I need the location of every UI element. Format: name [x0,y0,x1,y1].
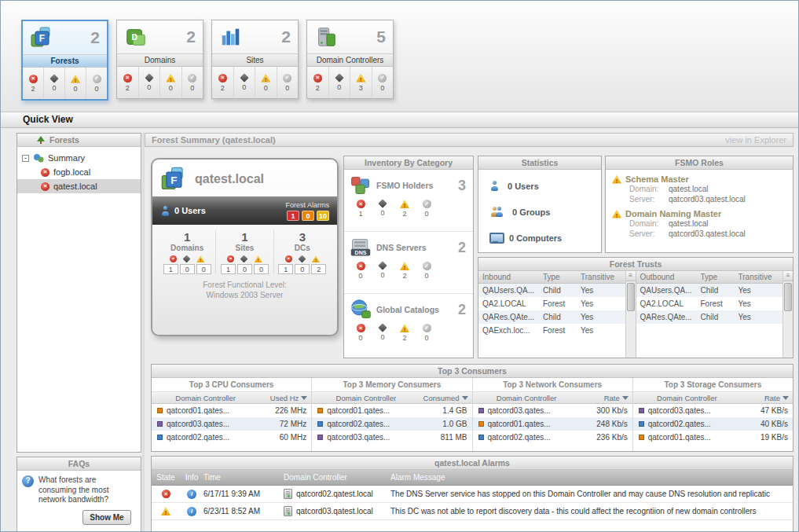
ok-status-cell[interactable]: 0 [277,67,299,98]
trust-row[interactable]: QARes.QAte... Child Yes [478,310,625,324]
column-header[interactable]: Outbound [636,273,701,281]
error-status-cell[interactable]: 2 [23,68,44,99]
warning-status-cell[interactable]: 0 [160,67,182,98]
error-count: 0 [358,334,362,342]
inventory-item-fsmo-holders[interactable]: FSMO Holders 3 1 0 2 0 [344,170,473,232]
show-me-button[interactable]: Show Me [82,510,131,525]
ok-status-cell[interactable]: 0 [86,68,107,99]
column-header[interactable]: Type [543,273,581,281]
consumer-header-row[interactable]: Domain Controller Rate [473,391,632,404]
column-header[interactable]: Time [203,473,284,482]
error-status-cell[interactable]: 2 [212,67,234,98]
trust-row[interactable]: QAUsers.QA... Child Yes [636,284,783,297]
scrollbar-thumb[interactable] [627,283,635,311]
consumer-header-row[interactable]: Domain Controller Rate [633,391,793,404]
warning-status-cell[interactable]: 0 [255,67,277,98]
forest-alarms-label: Forest Alarms [285,201,329,209]
error-status-cell[interactable]: 2 [307,67,329,98]
ok-status-cell[interactable]: 0 [372,67,394,98]
outbound-trusts-header-row[interactable]: Outbound Type Transitive [636,271,783,284]
column-header[interactable]: Domain Controller [312,394,420,402]
consumer-row[interactable]: qatcord02.qates...40 KB/s [633,417,793,431]
critical-status-cell[interactable]: 0 [139,67,161,98]
warning-status-cell[interactable]: 0 [65,68,86,99]
inbound-trusts-scrollbar[interactable] [625,271,636,358]
ok-icon [423,200,431,208]
inventory-item-global-catalogs[interactable]: Global Catalogs 2 0 0 2 0 [344,294,473,356]
trust-row[interactable]: QAUsers.QA... Child Yes [478,284,625,297]
trust-name: QA2.LOCAL [636,299,701,308]
critical-alarm-badge[interactable]: 0 [302,211,314,221]
trust-row[interactable]: QAExch.loc... Forest Yes [478,324,625,337]
ok-status-cell[interactable]: 0 [182,67,203,98]
consumer-row[interactable]: qatcord03.qates...300 Kb/s [473,404,632,417]
column-header[interactable]: Info [180,473,203,482]
critical-diamond-icon [240,255,248,263]
critical-status-cell[interactable]: 0 [329,67,351,98]
info-icon[interactable] [187,507,196,516]
consumer-row[interactable]: qatcord01.qates...248 Kb/s [473,417,632,431]
column-header[interactable]: Domain Controller [633,394,741,402]
field-chooser-icon[interactable] [626,271,636,281]
tree-item-summary[interactable]: Summary [17,151,141,165]
inventory-item-dns-servers[interactable]: DNS DNS Servers 2 0 0 2 0 [344,232,473,294]
consumer-header-row[interactable]: Domain Controller Consumed [312,391,471,404]
column-header[interactable]: Type [701,273,739,281]
consumer-table-title: Top 3 Network Consumers [473,378,632,391]
tile-domain-controllers[interactable]: 5 Domain Controllers 2 0 3 0 [306,20,394,99]
alarm-row[interactable]: 6/23/11 8:52 AM qatcord03.qatest.local T… [152,503,793,520]
info-icon[interactable] [187,490,196,499]
column-header[interactable]: Consumed [423,394,460,402]
column-header[interactable]: Domain Controller [473,394,581,402]
consumer-row[interactable]: qatcord01.qates...226 MHz [152,404,311,417]
error-icon [123,74,132,83]
tile-domains[interactable]: D 2 Domains 2 0 0 0 [116,20,203,99]
sidebar-splitter[interactable] [142,133,145,531]
consumer-header-row[interactable]: Domain Controller Used Hz [152,391,311,404]
critical-status-cell[interactable]: 0 [44,68,65,99]
consumer-row[interactable]: qatcord03.qates...72 MHz [152,417,311,431]
tile-forests[interactable]: F 2 Forests 2 0 0 0 [21,20,108,101]
column-header[interactable]: Transitive [581,273,625,281]
collapse-icon[interactable] [22,155,29,162]
column-header[interactable]: Rate [604,394,620,402]
outbound-trusts-scrollbar[interactable] [783,271,793,358]
tree-item-qatest-local[interactable]: qatest.local [17,179,141,193]
inbound-trusts-header-row[interactable]: Inbound Type Transitive [478,271,625,284]
critical-status-cell[interactable]: 0 [234,67,256,98]
consumer-row[interactable]: qatcord01.qates...19 KB/s [633,431,793,444]
tree-item-fogb-local[interactable]: fogb.local [17,165,141,179]
column-header[interactable]: Transitive [739,273,783,281]
consumer-row[interactable]: qatcord03.qates...811 MB [312,431,471,444]
svg-text:D: D [131,33,137,42]
alarm-row[interactable]: 6/17/11 9:39 AM qatcord02.qatest.local T… [152,486,793,503]
ok-count: 0 [190,84,194,92]
column-header[interactable]: Alarm Message [390,473,793,482]
trust-row[interactable]: QA2.LOCAL Forest Yes [636,297,783,310]
field-chooser-icon[interactable] [783,271,793,281]
consumer-row[interactable]: qatcord01.qates...1.4 GB [312,404,471,417]
trust-row[interactable]: QA2.LOCAL Forest Yes [478,297,625,310]
view-in-explorer-link[interactable]: view in Explorer [725,135,786,145]
warning-alarm-badge[interactable]: 10 [317,211,329,221]
alarms-header-row[interactable]: State Info Time Domain Controller Alarm … [152,470,793,486]
error-status-cell[interactable]: 2 [117,67,139,98]
column-header[interactable]: Inbound [478,273,543,281]
sort-desc-icon [622,396,629,400]
ok-count: 0 [424,334,428,342]
column-header[interactable]: Domain Controller [284,473,390,482]
warning-status-cell[interactable]: 3 [350,67,372,98]
consumer-row[interactable]: qatcord03.qates...47 KB/s [633,404,793,417]
column-header[interactable]: Rate [764,394,780,402]
scrollbar-thumb[interactable] [784,283,792,311]
consumer-row[interactable]: qatcord02.qates...236 Kb/s [473,431,632,444]
consumer-row[interactable]: qatcord02.qates...60 MHz [152,431,311,444]
column-header[interactable]: Used Hz [270,394,299,402]
column-header[interactable]: State [152,473,180,482]
column-header[interactable]: Domain Controller [152,394,259,402]
trust-row[interactable]: QARes.QAte... Child Yes [636,310,783,324]
error-alarm-badge[interactable]: 1 [287,211,299,221]
tile-sites[interactable]: 2 Sites 2 0 0 0 [211,20,299,99]
consumer-row[interactable]: qatcord02.qates...1.0 GB [312,417,471,431]
forest-summary-card: F qatest.local 0 Users Forest Alarms 1 0… [151,158,339,336]
